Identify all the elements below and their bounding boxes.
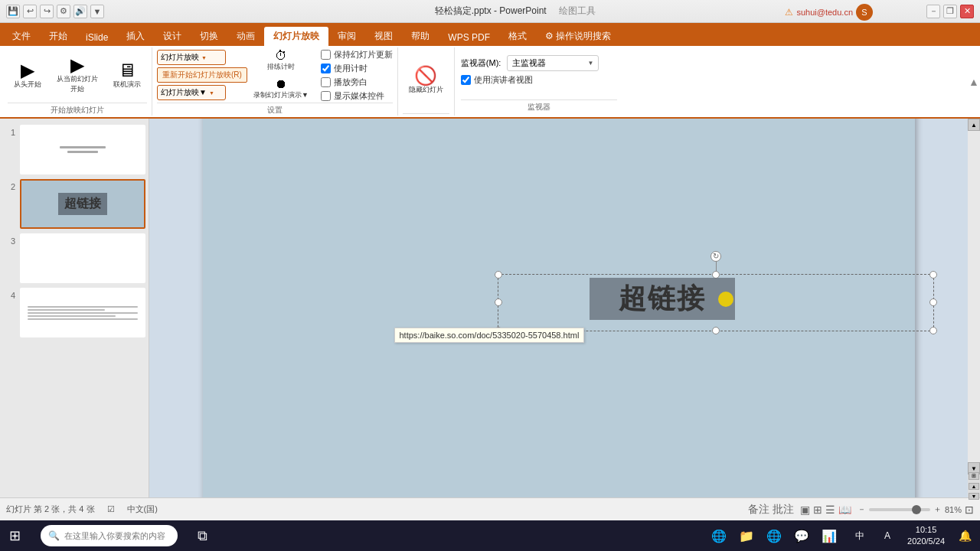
search-input[interactable] xyxy=(64,531,170,540)
monitor-dropdown[interactable]: 主监视器 xyxy=(507,55,599,71)
undo-button[interactable]: ↩ xyxy=(23,5,37,18)
slide-canvas: ↻ 超链接 xyxy=(203,119,915,497)
tab-slideshow[interactable]: 幻灯片放映 xyxy=(264,27,328,46)
handle-topleft[interactable] xyxy=(495,271,502,279)
play-current-icon: ▶ xyxy=(70,56,84,74)
loop-check[interactable] xyxy=(321,77,331,87)
canvas-area[interactable]: ↻ 超链接 xyxy=(149,119,968,497)
scroll-extra-up[interactable]: ▲ xyxy=(969,483,979,490)
powerpoint-app[interactable]: 📊 xyxy=(817,523,841,548)
tab-animations[interactable]: 动画 xyxy=(227,27,264,46)
slideshow-dropdown2[interactable]: 幻灯片放映▼ xyxy=(157,85,226,100)
tab-help-search[interactable]: ⚙ 操作说明搜索 xyxy=(536,27,620,46)
keep-update-row: 保持幻灯片更新 xyxy=(321,49,393,60)
comment-button[interactable]: 批注 xyxy=(773,503,794,517)
slide-image-1[interactable] xyxy=(20,125,145,174)
ribbon-group-hide: 🚫 隐藏幻灯片 xyxy=(398,47,455,116)
scroll-up-button[interactable]: ▲ xyxy=(968,119,980,131)
save-button[interactable]: 💾 xyxy=(6,5,20,18)
tab-format[interactable]: 格式 xyxy=(499,27,536,46)
redo-button[interactable]: ↪ xyxy=(40,5,54,18)
edge-browser[interactable]: 🌐 xyxy=(707,523,731,548)
weibo-app[interactable]: 🌐 xyxy=(762,523,786,548)
tab-islide[interactable]: iSlide xyxy=(77,29,117,46)
from-current-button[interactable]: ▶ 从当前幻灯片开始 xyxy=(51,53,104,97)
slide-thumbnail-3[interactable]: 3 xyxy=(3,233,145,283)
scroll-track[interactable] xyxy=(968,131,980,462)
scroll-extra-down[interactable]: ▼ xyxy=(969,493,979,500)
restore-button[interactable]: ❐ xyxy=(943,5,957,18)
close-button[interactable]: ✕ xyxy=(960,5,974,18)
ime-indicator[interactable]: 中 xyxy=(848,523,872,548)
slide-image-2[interactable]: 超链接 xyxy=(20,179,145,229)
ribbon-collapse-button[interactable]: ▲ xyxy=(968,46,980,117)
slide-num-4: 4 xyxy=(3,288,15,300)
file-explorer[interactable]: 📁 xyxy=(734,523,759,548)
online-show-button[interactable]: 🖥 联机演示 xyxy=(107,58,147,93)
show-media-check[interactable] xyxy=(321,91,331,101)
more-button[interactable]: ▼ xyxy=(90,5,104,18)
zoom-out-button[interactable]: － xyxy=(858,504,866,515)
minimize-button[interactable]: － xyxy=(926,5,940,18)
note-button[interactable]: 备注 xyxy=(748,503,769,517)
zoom-thumb[interactable] xyxy=(912,505,921,514)
zoom-fit-button[interactable]: ⊡ xyxy=(965,504,974,516)
tab-transitions[interactable]: 切换 xyxy=(191,27,227,46)
presenter-check[interactable] xyxy=(461,75,471,85)
task-view-button[interactable]: ⧉ xyxy=(191,522,214,549)
rotation-handle[interactable]: ↻ xyxy=(710,251,721,262)
from-start-button[interactable]: ▶ 从头开始 xyxy=(8,58,47,93)
wechat-app[interactable]: 💬 xyxy=(789,523,814,548)
search-area: 🔍 xyxy=(28,522,190,549)
monitor-label: 监视器(M): xyxy=(461,57,501,69)
from-start-label: 从头开始 xyxy=(14,80,41,90)
tab-wps-pdf[interactable]: WPS PDF xyxy=(439,29,499,46)
tab-view[interactable]: 视图 xyxy=(365,27,402,46)
grid-view-icon[interactable]: ⊞ xyxy=(813,504,822,516)
tab-insert[interactable]: 插入 xyxy=(117,27,154,46)
search-bar[interactable]: 🔍 xyxy=(41,525,178,546)
zoom-in-button[interactable]: ＋ xyxy=(933,504,942,515)
tab-help[interactable]: 帮助 xyxy=(402,27,439,46)
zoom-fit-button[interactable]: ⊞ xyxy=(969,472,979,480)
zoom-slider[interactable] xyxy=(869,508,930,511)
hyperlink-textbox[interactable]: ↻ 超链接 xyxy=(498,274,934,331)
restart-slideshow-button[interactable]: 重新开始幻灯片放映(R) xyxy=(157,67,247,83)
audio-button[interactable]: 🔊 xyxy=(74,5,87,18)
record-button[interactable]: ⏺ 录制幻灯片演示▼ xyxy=(250,77,312,102)
slide-num-3: 3 xyxy=(3,233,15,246)
start-button[interactable]: ⊞ xyxy=(3,522,27,549)
warning-icon: ⚠ xyxy=(785,7,793,18)
keep-update-check[interactable] xyxy=(321,50,331,60)
handle-bottomcenter[interactable] xyxy=(712,327,720,334)
normal-view-icon[interactable]: ▣ xyxy=(800,504,810,516)
slide-thumbnail-2[interactable]: 2 超链接 xyxy=(3,179,145,229)
timeline-button[interactable]: ⏱ 排练计时 xyxy=(250,48,312,73)
ime-mode[interactable]: A xyxy=(875,523,900,548)
slide-image-3[interactable] xyxy=(20,233,145,283)
handle-midleft[interactable] xyxy=(495,298,502,306)
clock[interactable]: 10:15 2020/5/24 xyxy=(903,524,949,548)
reading-view-icon[interactable]: 📖 xyxy=(838,504,851,516)
tab-review[interactable]: 审阅 xyxy=(328,27,365,46)
customize-button[interactable]: ⚙ xyxy=(57,5,70,18)
notification-button[interactable]: 🔔 xyxy=(952,523,977,548)
avatar[interactable]: S xyxy=(856,4,873,21)
tab-design[interactable]: 设计 xyxy=(154,27,191,46)
status-right: 备注 批注 ▣ ⊞ ☰ 📖 － ＋ 81% ⊡ xyxy=(748,503,974,517)
slideshow-setup-dropdown[interactable]: 幻灯片放映 xyxy=(157,50,226,65)
slide-thumbnail-1[interactable]: 1 xyxy=(3,125,145,174)
hide-slide-button[interactable]: 🚫 隐藏幻灯片 xyxy=(403,64,449,98)
outline-view-icon[interactable]: ☰ xyxy=(825,504,835,516)
handle-midright[interactable] xyxy=(929,298,937,306)
cursor-indicator xyxy=(718,292,733,307)
vertical-scrollbar[interactable]: ▲ ▼ ⊞ ▲ ▼ xyxy=(968,119,980,497)
use-timer-check[interactable] xyxy=(321,64,331,73)
handle-topright[interactable] xyxy=(929,271,937,279)
handle-bottomright[interactable] xyxy=(929,327,937,334)
presenter-label: 使用演讲者视图 xyxy=(474,74,533,86)
slide-thumbnail-4[interactable]: 4 xyxy=(3,288,145,337)
tab-home[interactable]: 开始 xyxy=(40,27,77,46)
tab-file[interactable]: 文件 xyxy=(3,27,40,46)
slide-image-4[interactable] xyxy=(20,288,145,337)
